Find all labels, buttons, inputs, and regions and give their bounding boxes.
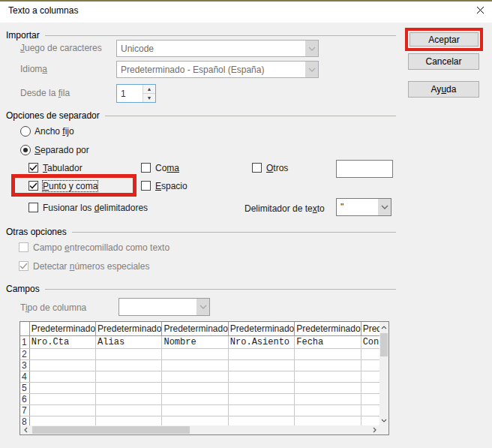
fixed-width-radio[interactable] [20, 126, 31, 137]
table-row: 3 [20, 360, 389, 371]
cancel-button[interactable]: Cancelar [408, 53, 479, 70]
preview-cell[interactable]: Nro.Asiento [228, 336, 294, 349]
quoted-field-label: Campo entrecomillado como texto [33, 242, 170, 253]
preview-cell[interactable] [29, 383, 95, 394]
preview-cell[interactable]: Fecha [295, 336, 361, 349]
preview-cell[interactable] [96, 371, 162, 383]
space-checkbox[interactable] [141, 181, 151, 191]
preview-cell[interactable] [228, 394, 294, 405]
comma-checkbox[interactable] [141, 163, 151, 173]
preview-cell[interactable]: Alias [96, 336, 162, 349]
preview-cell[interactable] [96, 349, 162, 360]
text-delimiter-value: " [337, 202, 378, 212]
from-row-stepper[interactable]: 1 ▲ ▼ [116, 84, 156, 103]
fixed-width-label[interactable]: Ancho fijo [34, 126, 74, 137]
preview-cell[interactable] [162, 394, 228, 405]
preview-cell[interactable] [162, 405, 228, 416]
spinner-down-icon[interactable]: ▼ [143, 94, 155, 102]
accept-button-label: Aceptar [428, 35, 459, 45]
quoted-field-checkbox [19, 242, 28, 252]
preview-cell[interactable]: Nro.Cta [29, 336, 95, 349]
preview-horizontal-scrollbar[interactable] [20, 425, 380, 434]
separator-group: Opciones de separador [6, 110, 396, 121]
charset-value: Unicode [117, 44, 305, 54]
preview-cell[interactable] [96, 360, 162, 371]
other-checkbox[interactable] [252, 163, 262, 173]
preview-col-header[interactable]: Predeterminado [29, 322, 95, 336]
preview-cell[interactable] [228, 405, 294, 416]
preview-cell[interactable] [228, 360, 294, 371]
preview-cell[interactable] [162, 349, 228, 360]
preview-cell[interactable] [162, 383, 228, 394]
language-value: Predeterminado - Español (España) [117, 65, 305, 75]
text-delimiter-select[interactable]: " [336, 198, 392, 216]
scroll-down-icon[interactable] [380, 415, 388, 425]
preview-cell[interactable] [96, 394, 162, 405]
separated-by-label[interactable]: Separado por [34, 145, 89, 155]
preview-cell[interactable] [295, 360, 361, 371]
merge-delimiters-checkbox[interactable] [28, 203, 38, 212]
preview-cell[interactable] [96, 383, 162, 394]
import-group-label: Importar [6, 30, 45, 41]
preview-cell[interactable]: Nombre [162, 336, 228, 349]
cancel-button-label: Cancelar [425, 56, 461, 67]
other-label[interactable]: Otros [266, 163, 288, 173]
scroll-up-icon[interactable] [380, 322, 388, 332]
preview-cell[interactable] [162, 371, 228, 383]
preview-cell[interactable] [295, 394, 361, 405]
chevron-down-icon [305, 62, 318, 77]
close-button[interactable] [468, 2, 492, 21]
other-options-group-label: Otras opciones [6, 227, 72, 237]
charset-select[interactable]: Unicode [116, 40, 319, 57]
preview-cell[interactable] [29, 360, 95, 371]
tab-label[interactable]: Tabulador [43, 163, 82, 173]
comma-label[interactable]: Coma [155, 163, 179, 173]
preview-cell[interactable] [228, 349, 294, 360]
preview-row-number: 5 [20, 383, 29, 394]
tab-checkbox[interactable] [28, 163, 38, 173]
preview-cell[interactable] [162, 360, 228, 371]
language-select[interactable]: Predeterminado - Español (España) [116, 61, 319, 78]
scroll-right-icon[interactable] [369, 425, 380, 434]
semicolon-label[interactable]: Punto y coma [43, 181, 98, 191]
space-label[interactable]: Espacio [155, 181, 188, 191]
preview-col-header[interactable]: Predeterminado [295, 322, 361, 336]
other-options-group: Otras opciones [6, 227, 396, 237]
preview-cell[interactable] [295, 349, 361, 360]
preview-cell[interactable] [228, 383, 294, 394]
semicolon-checkbox[interactable] [28, 181, 38, 191]
preview-vertical-scrollbar[interactable] [380, 322, 388, 425]
preview-col-header[interactable]: Predeterminado [228, 322, 294, 336]
separator-group-label: Opciones de separador [6, 110, 105, 121]
preview-cell[interactable] [295, 405, 361, 416]
preview-cell[interactable] [29, 394, 95, 405]
other-separator-input[interactable] [336, 160, 393, 178]
scrollbar-thumb[interactable] [380, 333, 388, 356]
preview-col-header[interactable]: Predeterminado [162, 322, 228, 336]
spinner-up-icon[interactable]: ▲ [143, 85, 155, 94]
preview-cell[interactable] [29, 405, 95, 416]
preview-cell[interactable] [29, 371, 95, 383]
preview-row-number: 1 [20, 336, 29, 349]
from-row-value: 1 [117, 85, 142, 102]
preview-panel: PredeterminadoPredeterminadoPredetermina… [20, 321, 389, 435]
merge-delimiters-label[interactable]: Fusionar los delimitadores [43, 203, 148, 213]
table-row: 2 [20, 349, 389, 360]
preview-cell[interactable] [228, 371, 294, 383]
scrollbar-thumb[interactable] [32, 426, 190, 434]
preview-table[interactable]: PredeterminadoPredeterminadoPredetermina… [20, 322, 389, 428]
preview-col-header[interactable]: Predeterminado [96, 322, 162, 336]
table-row: 1Nro.CtaAliasNombreNro.AsientoFechaConce… [20, 336, 389, 349]
accept-button[interactable]: Aceptar [410, 32, 478, 47]
fields-group-label: Campos [6, 284, 45, 294]
preview-cell[interactable] [96, 405, 162, 416]
separated-by-radio[interactable] [20, 145, 31, 155]
preview-cell[interactable] [295, 383, 361, 394]
preview-cell[interactable] [295, 371, 361, 383]
scroll-left-icon[interactable] [20, 425, 31, 434]
preview-row-number: 6 [20, 394, 29, 405]
scrollbar-corner [380, 425, 388, 434]
divider [72, 232, 396, 233]
help-button[interactable]: Ayuda [408, 81, 479, 98]
preview-cell[interactable] [29, 349, 95, 360]
